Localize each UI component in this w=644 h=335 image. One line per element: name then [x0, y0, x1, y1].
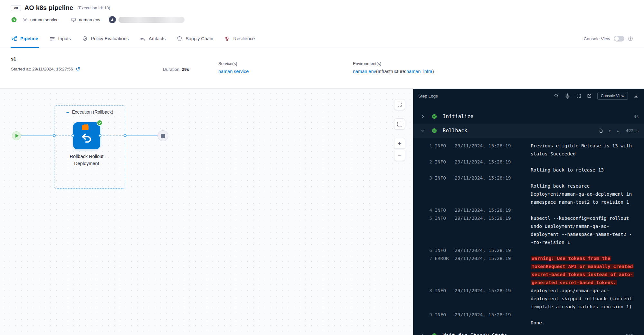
tab-label: Pipeline [20, 36, 38, 41]
edge-group-to-end [127, 135, 157, 136]
scroll-up-icon[interactable]: ↑ [608, 128, 611, 134]
port-dot [53, 134, 56, 137]
open-in-new-tab-icon[interactable] [587, 93, 592, 98]
log-step-rollback[interactable]: Rollback ↑ ↓ 422ms [413, 124, 644, 138]
title-row: v0 AO k8s pipeline (Execution Id: 18) [11, 4, 633, 12]
log-timestamp: 29/11/2024, 15:28:19 [455, 158, 528, 174]
log-level: INFO [435, 142, 452, 158]
execution-history-icon[interactable]: ↺ [76, 66, 80, 72]
started-at-text: Started at: 29/11/2024, 15:27:56 [11, 67, 73, 71]
search-icon[interactable] [554, 93, 559, 98]
collapse-group-icon[interactable]: − [66, 110, 69, 115]
log-message: deployment.apps/naman-qa-ao- deployment … [531, 288, 632, 309]
canvas-select-mode-button[interactable] [394, 118, 405, 129]
tab-resilience[interactable]: Resilience [219, 30, 260, 48]
services-label: Service(s) [218, 61, 353, 66]
play-icon [15, 134, 19, 138]
rollout-briefcase-icon [82, 125, 89, 130]
console-view-button[interactable]: Console View [597, 92, 628, 100]
step-name: Rollback [443, 128, 467, 134]
tab-supply-chain[interactable]: Supply Chain [171, 30, 219, 48]
version-badge[interactable]: v0 [11, 5, 21, 11]
pipeline-canvas[interactable]: − Execution (Rollback) Rollback Rollout … [0, 89, 413, 335]
download-logs-icon[interactable] [633, 93, 639, 99]
zoom-out-button[interactable]: − [394, 150, 405, 161]
services-block: Service(s) naman service [218, 56, 353, 88]
log-timestamp: 29/11/2024, 15:28:19 [455, 255, 528, 287]
chevron-right-icon[interactable] [421, 115, 426, 119]
environment-name[interactable]: naman env [79, 17, 100, 22]
log-settings-gear-icon[interactable] [564, 93, 571, 99]
log-line: 1 INFO 29/11/2024, 15:28:19 Previous eli… [413, 142, 644, 158]
log-message-cell: deployment.apps/naman-qa-ao- deployment … [531, 287, 639, 311]
infrastructure-link[interactable]: naman_infra [406, 69, 432, 74]
log-level: INFO [435, 158, 452, 174]
log-line: 6 INFO 29/11/2024, 15:28:19 [413, 247, 644, 255]
pipeline-end-node[interactable] [157, 130, 168, 141]
chevron-down-icon[interactable] [421, 129, 426, 133]
log-message-cell [531, 247, 639, 255]
step-duration: 658ms [626, 333, 639, 335]
marquee-select-icon [397, 122, 402, 126]
log-message: Warning: Use tokens from the TokenReques… [531, 256, 634, 285]
info-icon[interactable] [628, 36, 633, 41]
scroll-down-icon[interactable]: ↓ [616, 128, 619, 134]
zoom-in-button[interactable]: + [394, 138, 405, 149]
stop-icon [161, 134, 165, 138]
redacted-user-email [118, 17, 185, 23]
rollback-step-node[interactable] [73, 122, 100, 149]
duration-value: 29s [182, 67, 189, 72]
log-level: INFO [435, 214, 452, 247]
execution-tab-bar: Pipeline Inputs Policy Evaluations Artif… [0, 30, 644, 48]
stage-name[interactable]: s1 [11, 56, 163, 61]
log-step-wait-for-steady-state[interactable]: Wait for Steady State 658ms [413, 329, 644, 335]
tab-pipeline[interactable]: Pipeline [6, 30, 44, 48]
environments-block: Environment(s) naman env(Infrastructure:… [353, 56, 434, 88]
step-duration: 3s [634, 114, 639, 119]
log-line: 3 INFO 29/11/2024, 15:28:19 Rolling back… [413, 174, 644, 206]
log-message-cell: kubectl --kubeconfig=config rollout undo… [531, 214, 639, 247]
step-logs-title: Step Logs [418, 94, 438, 98]
canvas-fullscreen-button[interactable] [394, 99, 405, 110]
chevron-right-icon[interactable] [421, 334, 426, 335]
tab-policy-evaluations[interactable]: Policy Evaluations [76, 30, 134, 48]
log-step-initialize[interactable]: Initialize 3s [413, 109, 644, 124]
log-line: 9 INFO 29/11/2024, 15:28:19 Done. [413, 311, 644, 327]
log-message-cell: Done. [531, 311, 639, 327]
user-avatar[interactable] [109, 16, 116, 23]
copy-logs-icon[interactable] [598, 128, 603, 133]
log-timestamp: 29/11/2024, 15:28:19 [455, 214, 528, 247]
service-name[interactable]: naman service [30, 17, 59, 22]
log-level: INFO [435, 247, 452, 255]
log-lines: 1 INFO 29/11/2024, 15:28:19 Previous eli… [413, 142, 644, 327]
inputs-icon [49, 36, 55, 42]
port-dot [99, 134, 101, 137]
log-line-number: 3 [413, 174, 432, 206]
step-list: Initialize 3s Rollback ↑ ↓ 422ms [413, 109, 644, 335]
log-line: 5 INFO 29/11/2024, 15:28:19 kubectl --ku… [413, 214, 644, 247]
fullscreen-icon [397, 102, 402, 107]
log-line-number: 6 [413, 247, 432, 255]
step-logs-header: Step Logs Console View [413, 89, 644, 103]
service-gear-icon[interactable] [22, 17, 28, 23]
log-line-number: 2 [413, 158, 432, 174]
zoom-out-icon: − [398, 152, 402, 159]
tab-artifacts[interactable]: Artifacts [134, 30, 171, 48]
started-at: Started at: 29/11/2024, 15:27:56 ↺ [11, 66, 163, 72]
port-dot [124, 134, 127, 137]
step-actions: ↑ ↓ 422ms [598, 128, 639, 134]
duration-block: Duration:29s [163, 56, 218, 88]
pipeline-start-node[interactable] [12, 131, 21, 140]
expand-panel-icon[interactable] [576, 93, 581, 98]
log-timestamp: 29/11/2024, 15:28:19 [455, 287, 528, 311]
stage-summary-bar: s1 Started at: 29/11/2024, 15:27:56 ↺ Du… [0, 48, 644, 89]
log-line-number: 7 [413, 255, 432, 287]
service-link[interactable]: naman service [218, 69, 249, 74]
console-view-toggle[interactable] [614, 36, 624, 42]
environment-link[interactable]: naman env [353, 69, 376, 74]
execution-group-label-row: − Execution (Rollback) [54, 109, 125, 115]
log-line: 7 ERROR 29/11/2024, 15:28:19 Warning: Us… [413, 255, 644, 287]
tab-inputs[interactable]: Inputs [44, 30, 77, 48]
environments-label: Environment(s) [353, 61, 434, 66]
log-message: Done. [531, 320, 545, 325]
